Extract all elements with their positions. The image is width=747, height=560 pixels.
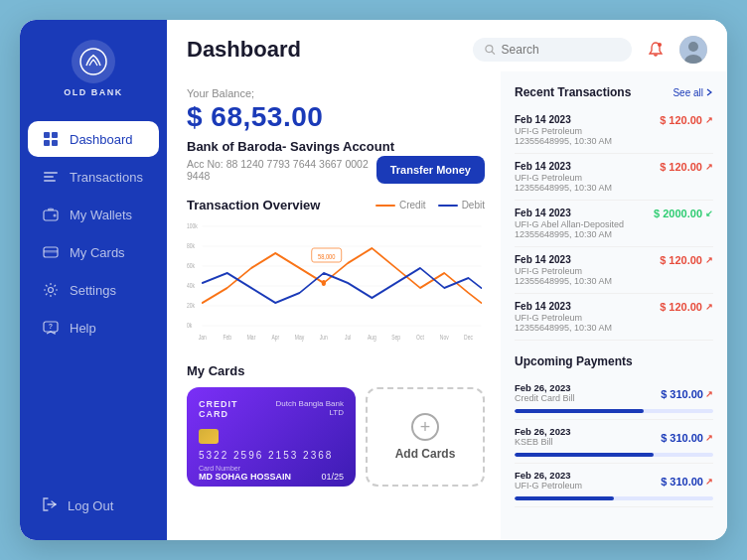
debit-legend-dot [438, 205, 458, 207]
sidebar-item-my-wallets[interactable]: My Wallets [28, 197, 159, 232]
credit-label: Credit [399, 200, 426, 210]
dashboard-icon [42, 130, 60, 148]
recent-tx-header: Recent Transactions See all [515, 85, 713, 99]
svg-text:Jun: Jun [320, 333, 328, 341]
upcoming-title: Upcoming Payments [515, 354, 633, 368]
svg-text:Feb: Feb [223, 333, 231, 341]
list-item: Feb 26, 2023 UFI-G Petroleum $ 310.00 ↗ [515, 464, 713, 507]
upcoming-header: Upcoming Payments [515, 354, 713, 368]
add-card-box[interactable]: + Add Cards [366, 387, 485, 487]
table-row: Feb 14 2023 UFI-G Petroleum12355648995, … [515, 294, 713, 341]
left-panel: Your Balance; $ 68,53.00 Bank of Baroda-… [167, 71, 501, 540]
svg-point-37 [322, 280, 326, 286]
payment-date: Feb 26, 2023 [515, 382, 575, 393]
tx-desc: UFI-G Abel Allan-Deposited12355648995, 1… [515, 219, 624, 239]
transfer-money-button[interactable]: Transfer Money [376, 156, 485, 184]
payment-amount: $ 310.00 ↗ [661, 476, 713, 488]
tx-desc: UFI-G Petroleum12355648995, 10:30 AM [515, 126, 612, 146]
payment-arrow-icon: ↗ [705, 433, 713, 443]
recent-tx-title: Recent Transactions [515, 85, 631, 99]
svg-text:80k: 80k [187, 241, 196, 249]
tx-desc: UFI-G Petroleum12355648995, 10:30 AM [515, 313, 612, 333]
svg-line-18 [492, 52, 495, 55]
payment-row: Feb 26, 2023 Credit Card Bill $ 310.00 ↗ [515, 382, 713, 406]
right-panel: Recent Transactions See all Feb 14 2023 … [501, 71, 727, 540]
sidebar-wallets-label: My Wallets [70, 208, 132, 222]
chevron-right-icon [705, 88, 713, 96]
svg-point-0 [80, 49, 106, 74]
tx-arrow-icon: ↗ [705, 162, 713, 172]
sidebar-item-my-cards[interactable]: My Cards [28, 234, 159, 270]
balance-label: Your Balance; [187, 87, 485, 99]
credit-legend-dot [375, 205, 395, 207]
payment-desc: Credit Card Bill [515, 393, 575, 403]
progress-fill [515, 409, 644, 413]
debit-label: Debit [462, 200, 485, 210]
svg-rect-4 [44, 140, 50, 146]
svg-rect-2 [44, 132, 50, 138]
payment-amount: $ 310.00 ↗ [661, 388, 713, 400]
card-type: CREDIT CARD [199, 399, 265, 419]
sidebar-item-settings[interactable]: Settings [28, 272, 159, 308]
transactions-list: Feb 14 2023 UFI-G Petroleum12355648995, … [515, 107, 713, 341]
wallets-icon [42, 206, 60, 223]
add-card-label: Add Cards [395, 447, 456, 461]
svg-point-21 [688, 42, 698, 52]
transactions-icon [42, 168, 60, 186]
search-bar[interactable] [473, 38, 632, 62]
card-chip [199, 429, 219, 444]
logout-icon [42, 496, 58, 515]
svg-text:Dec: Dec [464, 333, 473, 341]
svg-text:0k: 0k [187, 321, 193, 329]
svg-text:May: May [295, 333, 305, 341]
list-item: Feb 26, 2023 Credit Card Bill $ 310.00 ↗ [515, 376, 713, 420]
svg-text:20k: 20k [187, 301, 196, 309]
header-right [473, 36, 707, 64]
sidebar-item-transactions[interactable]: Transactions [28, 159, 159, 195]
svg-rect-7 [44, 176, 54, 178]
table-row: Feb 14 2023 UFI-G Abel Allan-Deposited12… [515, 201, 713, 247]
app-container: OLD BANK Dashboard [20, 20, 727, 540]
tx-date: Feb 14 2023 [515, 161, 612, 172]
user-avatar[interactable] [679, 36, 707, 64]
balance-section: Your Balance; $ 68,53.00 Bank of Baroda-… [187, 87, 485, 184]
chart-legend: Credit Debit [375, 200, 485, 210]
logout-button[interactable]: Log Out [28, 488, 159, 524]
tx-amount: $ 2000.00 ↙ [654, 208, 713, 219]
svg-point-19 [658, 43, 662, 47]
payment-row: Feb 26, 2023 KSEB Bill $ 310.00 ↗ [515, 426, 713, 450]
main-content: Dashboard [167, 20, 727, 540]
list-item: Feb 26, 2023 KSEB Bill $ 310.00 ↗ [515, 420, 713, 464]
sidebar-logout: Log Out [20, 488, 167, 524]
recent-transactions: Recent Transactions See all Feb 14 2023 … [515, 85, 713, 341]
svg-text:Mar: Mar [247, 333, 256, 341]
card-number: 5322 2596 2153 2368 [199, 450, 344, 461]
card-number-label: Card Number [199, 465, 291, 472]
svg-point-13 [49, 288, 54, 293]
table-row: Feb 14 2023 UFI-G Petroleum12355648995, … [515, 107, 713, 154]
svg-text:100k: 100k [187, 221, 199, 229]
card-bank: Dutch Bangla Bank LTD [265, 399, 344, 417]
payment-date: Feb 26, 2023 [515, 426, 571, 437]
tx-amount: $ 120.00 ↗ [660, 161, 713, 173]
overview-section: Transaction Overview Credit Debit [187, 198, 485, 348]
legend-credit: Credit [375, 200, 426, 210]
logout-label: Log Out [68, 498, 113, 513]
tx-date: Feb 14 2023 [515, 208, 624, 218]
settings-icon [42, 281, 60, 299]
cards-icon [42, 243, 60, 261]
balance-amount: $ 68,53.00 [187, 101, 485, 133]
tx-amount: $ 120.00 ↗ [660, 114, 713, 126]
svg-text:Sep: Sep [391, 333, 400, 341]
sidebar-item-dashboard[interactable]: Dashboard [28, 121, 159, 157]
sidebar-item-help[interactable]: ? Help [28, 310, 159, 346]
search-input[interactable] [502, 43, 620, 57]
credit-card[interactable]: CREDIT CARD Dutch Bangla Bank LTD 5322 2… [187, 387, 356, 487]
tx-arrow-icon: ↙ [705, 209, 713, 218]
see-all-button[interactable]: See all [672, 87, 713, 98]
tx-amount: $ 120.00 ↗ [660, 301, 713, 313]
payment-arrow-icon: ↗ [705, 389, 713, 399]
tx-desc: UFI-G Petroleum12355648995, 10:30 AM [515, 266, 612, 286]
notification-bell[interactable] [642, 36, 670, 64]
help-icon: ? [42, 319, 60, 337]
